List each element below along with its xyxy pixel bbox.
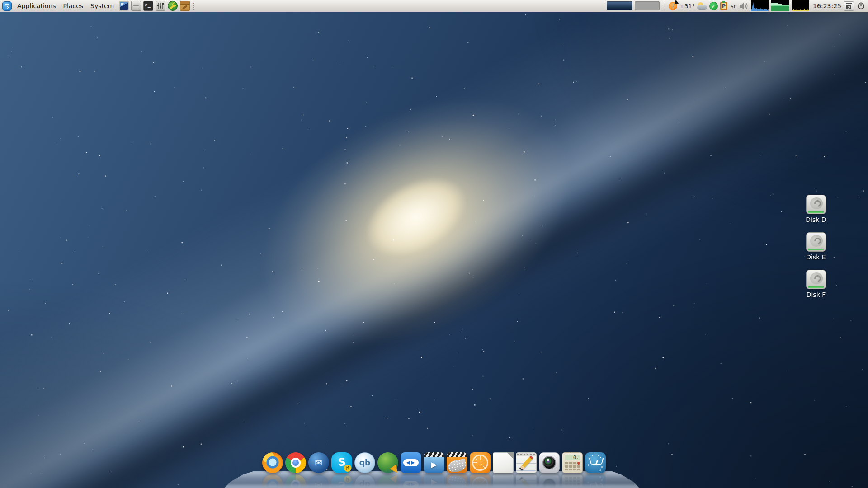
clock[interactable]: 16:23:25 [813, 2, 841, 9]
clementine-tray-icon[interactable] [669, 2, 677, 10]
panel-grip-handle[interactable] [193, 2, 195, 10]
calculator-glyph: 0. [565, 455, 580, 460]
volume-icon[interactable] [739, 2, 749, 10]
wallpaper [0, 0, 868, 488]
skype-badge: β [344, 465, 351, 472]
weather-temperature: +31° [679, 3, 695, 9]
menu-system[interactable]: System [87, 0, 118, 12]
top-panel: Applications Places System >_ +31° ✓ P s… [0, 0, 868, 12]
launcher-package-manager[interactable] [179, 0, 191, 12]
player-glyph: ▶ [424, 460, 444, 469]
desktop-icon-column: Disk D Disk E Disk F [801, 195, 831, 298]
mixer-icon [156, 1, 165, 11]
dock-item-camera[interactable] [539, 452, 560, 473]
package-box-icon [180, 1, 190, 11]
clipboard-manager-icon[interactable]: P [720, 2, 727, 10]
dock-item-calculator[interactable]: 0. [562, 452, 583, 473]
hard-disk-icon [806, 195, 826, 214]
hard-disk-icon [806, 270, 826, 289]
file-cabinet-icon [131, 1, 141, 11]
dock-item-skype[interactable]: Sβ [331, 452, 352, 473]
dock-item-player[interactable]: ▶ [424, 452, 444, 473]
qbittorrent-glyph: qb [355, 458, 375, 467]
launcher-mixer[interactable] [154, 0, 166, 12]
memory-graph[interactable] [771, 0, 789, 11]
vignette [0, 0, 868, 488]
dock-item-qbittorrent[interactable]: qb [354, 452, 375, 473]
terminal-icon: >_ [143, 1, 153, 11]
updates-ok-icon[interactable]: ✓ [709, 2, 718, 10]
trash-applet-button[interactable] [844, 1, 854, 11]
dock: ✉Sβqb◀▶▶0. [262, 452, 606, 473]
dock-item-firefox[interactable] [262, 452, 283, 473]
tray-grip-handle[interactable] [664, 2, 666, 10]
launcher-system-tools[interactable] [166, 0, 179, 12]
thunderbird-glyph: ✉ [308, 457, 329, 468]
desktop-icon-label: Disk D [806, 216, 826, 223]
power-button[interactable] [856, 1, 865, 11]
desktop-icon-disk-d[interactable]: Disk D [801, 195, 831, 223]
dock-item-chrome[interactable] [285, 452, 306, 473]
hard-disk-icon [806, 232, 826, 252]
dock-item-teamviewer[interactable]: ◀▶ [401, 452, 421, 473]
dock-item-editor[interactable] [447, 452, 467, 473]
dock-item-gauge[interactable] [585, 452, 606, 473]
menu-applications[interactable]: Applications [14, 0, 60, 12]
globe-wrench-icon [168, 1, 178, 11]
system-tray: +31° ✓ P sr 16:2 [669, 0, 866, 11]
power-icon [857, 2, 865, 10]
taskbar-window-button-2[interactable] [635, 1, 660, 10]
weather-cloud-icon[interactable] [697, 2, 707, 10]
dock-item-downloader[interactable] [377, 452, 398, 473]
desktop-icon-disk-e[interactable]: Disk E [801, 232, 831, 261]
teamviewer-glyph: ◀▶ [401, 460, 421, 465]
desktop-icon-label: Disk F [807, 291, 826, 298]
dock-item-clementine[interactable] [470, 452, 491, 473]
dock-shelf [222, 471, 642, 488]
launcher-terminal[interactable]: >_ [142, 0, 154, 12]
keyboard-layout-indicator[interactable]: sr [730, 3, 737, 9]
dock-item-notes[interactable] [516, 452, 537, 473]
launcher-file-manager[interactable] [130, 0, 142, 12]
desktop-icon-label: Disk E [806, 253, 826, 261]
network-graph[interactable] [792, 0, 809, 11]
display-icon [119, 1, 129, 11]
distro-logo-icon[interactable] [2, 1, 12, 11]
launcher-display[interactable] [118, 0, 130, 12]
menu-places[interactable]: Places [60, 0, 87, 12]
parcellite-glyph: P [722, 4, 726, 9]
desktop-screen: Applications Places System >_ +31° ✓ P s… [0, 0, 868, 488]
dock-item-document[interactable] [493, 452, 514, 473]
cpu-graph[interactable] [751, 0, 769, 11]
dock-item-thunderbird[interactable]: ✉ [308, 452, 329, 473]
taskbar-window-button-1[interactable] [607, 1, 632, 10]
desktop-icon-disk-f[interactable]: Disk F [801, 270, 831, 298]
